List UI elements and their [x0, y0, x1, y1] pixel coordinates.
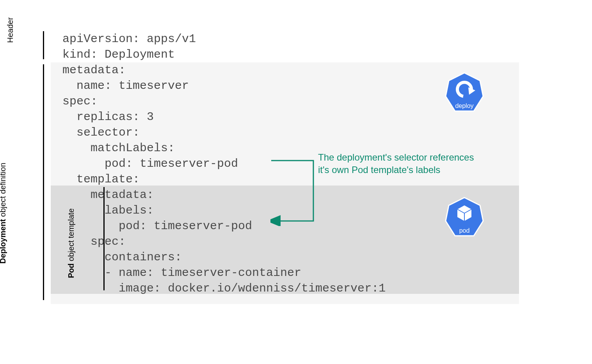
- yaml-line: - name: timeserver-container: [62, 265, 529, 281]
- header-label: Header: [6, 21, 14, 43]
- yaml-line: apiVersion: apps/v1: [62, 31, 529, 47]
- deployment-bar: [43, 64, 44, 300]
- svg-text:deploy: deploy: [455, 102, 473, 109]
- header-bar: [43, 31, 44, 59]
- deploy-icon: deploy: [445, 72, 484, 117]
- deployment-label: Deployment object definition: [0, 163, 7, 263]
- yaml-line: kind: Deployment: [62, 47, 529, 62]
- yaml-line: containers:: [62, 249, 529, 265]
- diagram-container: Header Deployment object definition Pod …: [29, 31, 529, 296]
- selector-arrow: [270, 133, 348, 226]
- pod-icon: pod: [445, 197, 484, 242]
- yaml-line: image: docker.io/wdenniss/timeserver:1: [62, 281, 529, 296]
- selector-annotation: The deployment's selector references it'…: [318, 151, 474, 176]
- svg-text:pod: pod: [459, 227, 470, 234]
